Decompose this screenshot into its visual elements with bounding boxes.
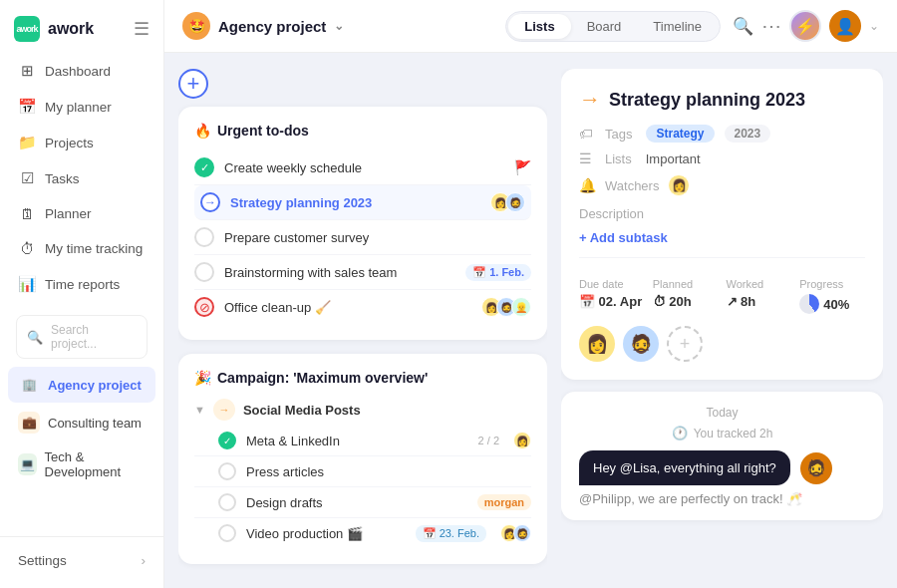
time-reports-icon: 📊 [18, 275, 36, 293]
member-avatar-1[interactable]: 👩 [579, 326, 615, 362]
tags-row: 🏷 Tags Strategy 2023 [579, 125, 865, 143]
today-label: Today [579, 406, 865, 420]
sidebar-item-tasks[interactable]: ☑ Tasks [8, 161, 155, 195]
task-check-progress: → [200, 192, 220, 212]
topbar-project-avatar: 🤩 [182, 12, 210, 40]
my-planner-icon: 📅 [18, 98, 36, 116]
agency-project-label: Agency project [48, 378, 142, 393]
hamburger-icon[interactable]: ☰ [134, 18, 150, 40]
sidebar-item-time-tracking[interactable]: ⏱ My time tracking [8, 232, 155, 265]
chat-bubble-text: Hey @Lisa, everything all right? [593, 460, 776, 475]
task-avatars: 👩 🧔 👱 [481, 297, 531, 317]
watchers-icon: 🔔 [579, 177, 595, 193]
lists-icon: ☰ [579, 150, 595, 166]
search-icon-btn[interactable]: 🔍 [733, 16, 753, 37]
sidebar-bottom: Settings › [0, 536, 163, 576]
add-subtask-btn[interactable]: + Add subtask [579, 230, 865, 245]
task-row[interactable]: Brainstorming with sales team 📅 1. Feb. [194, 255, 531, 290]
chat-message-row: Hey @Lisa, everything all right? 🧔 [579, 450, 865, 485]
settings-label: Settings [18, 553, 67, 568]
sub-task-name: Design drafts [246, 495, 467, 510]
strategy-icon: → [579, 87, 601, 113]
sub-task-row[interactable]: ✓ Meta & LinkedIn 2 / 2 👩 [194, 426, 531, 456]
tab-timeline[interactable]: Timeline [637, 14, 718, 39]
task-row[interactable]: → Strategy planning 2023 👩 🧔 [194, 185, 531, 220]
task-avatars: 👩 🧔 [490, 192, 525, 212]
topbar: 🤩 Agency project ⌄ Lists Board Timeline … [164, 0, 897, 53]
planned-value: ⏱ 20h [653, 294, 692, 309]
task-name: Brainstorming with sales team [224, 265, 455, 280]
planner-icon: 🗓 [18, 205, 36, 222]
sidebar-item-time-reports[interactable]: 📊 Time reports [8, 267, 155, 301]
user-chevron-icon[interactable]: ⌄ [869, 19, 879, 33]
sidebar-item-projects[interactable]: 📁 Projects [8, 126, 155, 159]
urgent-todos-card: 🔥 Urgent to-dos ✓ Create weekly schedule… [178, 107, 547, 340]
sidebar-project-tech[interactable]: 💻 Tech & Development [8, 442, 155, 486]
task-avatar: 👩 [513, 432, 531, 449]
sidebar-item-planner[interactable]: 🗓 Planner [8, 197, 155, 230]
assignee-badge: morgan [477, 494, 531, 510]
task-avatars: 👩 🧔 [500, 524, 531, 542]
sub-task-row[interactable]: Press articles [194, 456, 531, 487]
sidebar-label-time-tracking: My time tracking [45, 241, 143, 256]
task-check-open [218, 462, 236, 480]
sidebar-label-my-planner: My planner [45, 100, 112, 115]
sidebar-label-planner: Planner [45, 206, 92, 221]
more-icon-btn[interactable]: ⋯ [761, 14, 781, 38]
task-row[interactable]: Prepare customer survey [194, 220, 531, 255]
task-name: Office clean-up 🧹 [224, 300, 471, 315]
tracked-row: 🕐 You tracked 2h [579, 426, 865, 441]
user-avatar[interactable]: 👤 [829, 10, 861, 42]
right-panel: → Strategy planning 2023 🏷 Tags Strategy… [561, 69, 883, 588]
chat-next-text: @Philipp, we are perfectly on track! 🥂 [579, 491, 865, 506]
settings-item[interactable]: Settings › [8, 545, 155, 576]
campaign-title: 🎉 Campaign: 'Maximum overview' [194, 370, 531, 386]
progress-value: 40% [799, 294, 849, 314]
task-check-open [194, 262, 214, 282]
sidebar-item-dashboard[interactable]: ⊞ Dashboard [8, 54, 155, 88]
tab-lists[interactable]: Lists [508, 14, 570, 39]
section-circle-icon: → [213, 399, 235, 421]
topbar-title-area: 🤩 Agency project ⌄ [182, 12, 493, 40]
search-placeholder: Search project... [51, 323, 137, 351]
sidebar-project-consulting[interactable]: 💼 Consulting team [8, 405, 155, 441]
task-row[interactable]: ✓ Create weekly schedule 🚩 [194, 150, 531, 185]
tag-year[interactable]: 2023 [725, 125, 771, 143]
stat-worked: Worked ↗ 8h [727, 278, 792, 314]
sidebar-label-tasks: Tasks [45, 171, 80, 186]
sub-task-row[interactable]: Design drafts morgan [194, 487, 531, 518]
sub-task-row[interactable]: Video production 🎬 📅 23. Feb. 👩 🧔 [194, 518, 531, 548]
time-tracking-icon: ⏱ [18, 240, 36, 257]
member-avatar-2[interactable]: 🧔 [623, 326, 659, 362]
urgent-todos-title: 🔥 Urgent to-dos [194, 123, 531, 139]
sidebar-project-agency[interactable]: 🏢 Agency project [8, 367, 155, 403]
date-badge: 📅 23. Feb. [416, 525, 486, 542]
chat-sender-avatar: 🧔 [800, 452, 832, 484]
stat-planned: Planned ⏱ 20h [653, 278, 719, 314]
tag-strategy[interactable]: Strategy [646, 125, 714, 143]
notification-avatar[interactable]: ⚡ [789, 10, 821, 42]
add-member-btn[interactable]: + [667, 326, 703, 362]
tab-board[interactable]: Board [571, 14, 638, 39]
collapse-icon[interactable]: ▼ [194, 404, 205, 416]
watcher-avatar: 👩 [668, 174, 690, 196]
tech-project-icon: 💻 [18, 453, 37, 475]
task-check-open [194, 227, 214, 247]
sidebar-item-my-planner[interactable]: 📅 My planner [8, 90, 155, 124]
task-row[interactable]: ⊘ Office clean-up 🧹 👩 🧔 👱 [194, 290, 531, 324]
main-area: 🤩 Agency project ⌄ Lists Board Timeline … [164, 0, 897, 588]
task-name: Create weekly schedule [224, 160, 504, 175]
description-label: Description [579, 204, 865, 222]
due-date-value: 📅 02. Apr [579, 294, 642, 309]
dashboard-icon: ⊞ [18, 62, 36, 80]
add-button[interactable]: + [178, 69, 208, 99]
project-search[interactable]: 🔍 Search project... [16, 315, 148, 359]
search-icon: 🔍 [27, 330, 43, 345]
sidebar-label-time-reports: Time reports [45, 277, 120, 292]
topbar-icons: 🔍 ⋯ ⚡ 👤 ⌄ [733, 10, 879, 42]
settings-chevron-icon: › [142, 553, 147, 568]
sidebar-label-projects: Projects [45, 136, 94, 150]
lists-row: ☰ Lists Important [579, 150, 865, 166]
stats-grid: Due date 📅 02. Apr Planned ⏱ 20h Worked … [579, 278, 865, 314]
sidebar: awork awork ☰ ⊞ Dashboard 📅 My planner 📁… [0, 0, 164, 588]
